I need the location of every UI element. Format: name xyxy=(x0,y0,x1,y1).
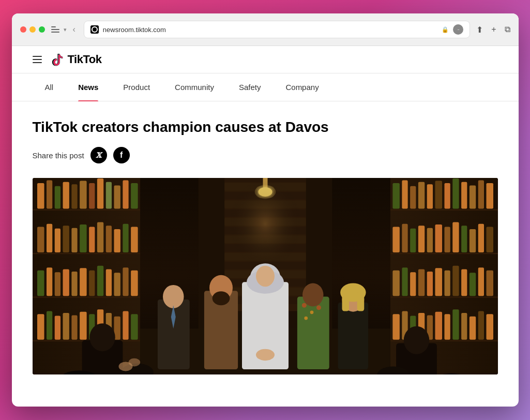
article-area: TikTok creators champion causes at Davos… xyxy=(12,101,519,407)
hamburger-menu-button[interactable] xyxy=(33,56,42,63)
twitter-share-button[interactable]: 𝕏 xyxy=(90,147,107,163)
tab-overview-button[interactable]: ⧉ xyxy=(505,25,510,34)
tab-all[interactable]: All xyxy=(33,73,66,101)
site-favicon xyxy=(90,25,99,34)
site-content: TikTok All News Product Community Safety… xyxy=(12,46,519,407)
traffic-lights xyxy=(20,26,45,33)
davos-scene-svg xyxy=(33,178,498,374)
title-bar-controls: ▾ ‹ xyxy=(51,24,78,35)
tiktok-logo-icon xyxy=(50,52,65,67)
tab-company[interactable]: Company xyxy=(273,73,331,101)
maximize-button[interactable] xyxy=(39,26,45,33)
sidebar-toggle-button[interactable] xyxy=(51,26,59,33)
url-text: newsroom.tiktok.com xyxy=(103,26,437,34)
nav-tabs: All News Product Community Safety Compan… xyxy=(12,73,519,101)
chevron-down-icon: ▾ xyxy=(64,26,67,33)
close-button[interactable] xyxy=(20,26,26,33)
share-button[interactable]: ⬆ xyxy=(476,25,483,35)
title-bar: ▾ ‹ newsroom.tiktok.com 🔒 ⬆ + ⧉ xyxy=(12,13,519,46)
browser-window: ▾ ‹ newsroom.tiktok.com 🔒 ⬆ + ⧉ xyxy=(12,13,519,407)
tab-safety[interactable]: Safety xyxy=(226,73,274,101)
site-header: TikTok xyxy=(12,46,519,73)
minimize-button[interactable] xyxy=(29,26,36,33)
article-hero-image xyxy=(33,178,498,374)
share-label: Share this post xyxy=(33,151,84,160)
tiktok-wordmark: TikTok xyxy=(68,53,102,66)
facebook-share-button[interactable]: f xyxy=(113,147,130,163)
address-bar[interactable]: newsroom.tiktok.com 🔒 xyxy=(84,21,470,38)
title-bar-actions: ⬆ + ⧉ xyxy=(476,25,510,35)
tab-product[interactable]: Product xyxy=(111,73,162,101)
tab-news[interactable]: News xyxy=(66,73,111,101)
share-row: Share this post 𝕏 f xyxy=(33,147,498,163)
back-button[interactable]: ‹ xyxy=(71,24,78,35)
address-bar-more-button[interactable] xyxy=(453,24,463,35)
lock-icon: 🔒 xyxy=(442,26,449,33)
svg-rect-166 xyxy=(33,178,498,374)
article-title: TikTok creators champion causes at Davos xyxy=(33,118,498,137)
new-tab-button[interactable]: + xyxy=(491,25,496,34)
tiktok-logo-link[interactable]: TikTok xyxy=(50,52,102,67)
tab-community[interactable]: Community xyxy=(162,73,226,101)
